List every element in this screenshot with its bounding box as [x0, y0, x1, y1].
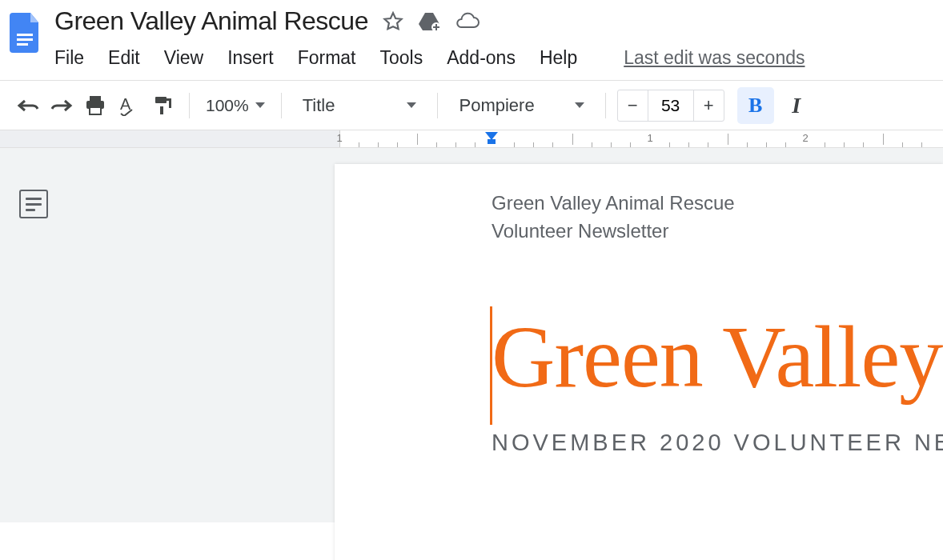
- ruler-mark: 2: [802, 132, 808, 144]
- ruler-mark: 1: [336, 132, 342, 144]
- svg-rect-2: [17, 43, 28, 46]
- svg-rect-0: [17, 34, 33, 36]
- font-size-input[interactable]: [648, 95, 693, 116]
- menu-addons[interactable]: Add-ons: [447, 47, 516, 69]
- document-page[interactable]: Green Valley Animal Rescue Volunteer New…: [335, 164, 943, 560]
- spellcheck-icon[interactable]: A: [114, 90, 144, 121]
- menu-format[interactable]: Format: [298, 47, 356, 69]
- menu-bar: File Edit View Insert Format Tools Add-o…: [54, 47, 943, 69]
- move-to-drive-icon[interactable]: [418, 11, 440, 32]
- font-value: Pompiere: [459, 95, 534, 116]
- undo-icon[interactable]: [13, 90, 43, 121]
- menu-help[interactable]: Help: [540, 47, 577, 69]
- separator: [605, 93, 606, 118]
- separator: [189, 93, 190, 118]
- document-outline-button[interactable]: [19, 190, 48, 218]
- document-subtitle-text[interactable]: NOVEMBER 2020 VOLUNTEER NEWSLETTER: [492, 430, 943, 456]
- zoom-value: 100%: [206, 96, 249, 115]
- text-cursor: [490, 306, 492, 425]
- ruler-mark: 1: [647, 132, 652, 144]
- chevron-down-icon: [255, 102, 265, 108]
- font-family-select[interactable]: Pompiere: [449, 95, 593, 116]
- header-line: Volunteer Newsletter: [492, 218, 943, 246]
- title-bar: Green Valley Animal Rescue File Edit Vie…: [0, 0, 943, 69]
- redo-icon[interactable]: [46, 90, 77, 121]
- toolbar: A 100% Title Pompiere − + B I: [0, 81, 943, 130]
- increase-font-size-button[interactable]: +: [693, 90, 724, 121]
- chevron-down-icon: [575, 102, 584, 108]
- bold-button[interactable]: B: [737, 87, 774, 124]
- svg-rect-6: [90, 107, 101, 114]
- cloud-status-icon[interactable]: [455, 12, 480, 31]
- svg-rect-11: [160, 106, 163, 114]
- horizontal-ruler[interactable]: 1 1 2: [0, 130, 943, 148]
- docs-logo-icon[interactable]: [6, 6, 45, 53]
- page-header[interactable]: Green Valley Animal Rescue Volunteer New…: [492, 190, 943, 246]
- style-value: Title: [303, 95, 335, 116]
- font-size-stepper: − +: [617, 90, 724, 122]
- menu-view[interactable]: View: [164, 47, 203, 69]
- star-icon[interactable]: [383, 11, 403, 32]
- separator: [281, 93, 282, 118]
- document-title[interactable]: Green Valley Animal Rescue: [54, 6, 368, 36]
- decrease-font-size-button[interactable]: −: [618, 90, 648, 121]
- svg-rect-4: [90, 96, 101, 101]
- header-line: Green Valley Animal Rescue: [492, 190, 943, 218]
- print-icon[interactable]: [80, 90, 110, 121]
- italic-button[interactable]: I: [785, 87, 808, 124]
- last-edit-link[interactable]: Last edit was seconds: [624, 47, 805, 69]
- paint-format-icon[interactable]: [147, 90, 178, 121]
- svg-rect-10: [169, 98, 171, 108]
- svg-text:A: A: [120, 95, 131, 113]
- paragraph-style-select[interactable]: Title: [293, 95, 427, 116]
- chevron-down-icon: [407, 102, 416, 108]
- menu-file[interactable]: File: [54, 47, 84, 69]
- menu-tools[interactable]: Tools: [380, 47, 423, 69]
- title-text: Green Valley: [492, 308, 942, 406]
- svg-rect-1: [17, 38, 33, 41]
- zoom-select[interactable]: 100%: [201, 96, 270, 115]
- editor-workspace: Green Valley Animal Rescue Volunteer New…: [0, 148, 943, 522]
- svg-rect-8: [155, 97, 167, 103]
- menu-insert[interactable]: Insert: [227, 47, 274, 69]
- document-title-text[interactable]: Green Valley: [492, 313, 943, 401]
- separator: [437, 93, 438, 118]
- menu-edit[interactable]: Edit: [108, 47, 140, 69]
